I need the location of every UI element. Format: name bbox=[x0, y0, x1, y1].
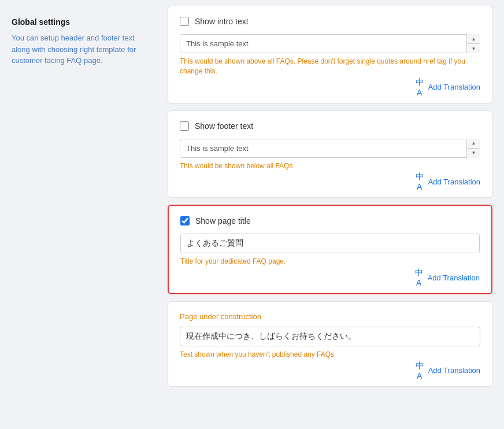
footer-spin-down[interactable]: ▼ bbox=[467, 149, 480, 158]
intro-spin-buttons: ▲ ▼ bbox=[466, 34, 480, 53]
intro-hint: This would be shown above all FAQs. Plea… bbox=[180, 57, 480, 76]
footer-text-card: Show footer text ▲ ▼ This would be shown… bbox=[168, 110, 492, 198]
page-title-card: Show page title Title for your dedicated… bbox=[168, 205, 492, 294]
footer-translation-row: 中A Add Translation bbox=[180, 176, 480, 187]
intro-translation-row: 中A Add Translation bbox=[180, 82, 480, 93]
intro-checkbox-label: Show intro text bbox=[195, 17, 249, 26]
footer-checkbox[interactable] bbox=[180, 121, 189, 131]
intro-spin-down[interactable]: ▼ bbox=[467, 44, 480, 53]
under-construction-label: Page under construction bbox=[180, 312, 480, 321]
sidebar-description: You can setup header and footer text alo… bbox=[12, 32, 150, 66]
sidebar-title: Global settings bbox=[12, 17, 150, 27]
footer-input-wrapper: ▲ ▼ bbox=[180, 139, 480, 158]
intro-add-translation-label: Add Translation bbox=[428, 83, 480, 91]
footer-checkbox-label: Show footer text bbox=[195, 121, 253, 131]
footer-spin-up[interactable]: ▲ bbox=[467, 139, 480, 149]
page-title-add-translation-button[interactable]: 中A Add Translation bbox=[414, 272, 480, 283]
main-content: Show intro text ▲ ▼ This would be shown … bbox=[162, 0, 504, 429]
footer-add-translation-button[interactable]: 中A Add Translation bbox=[414, 176, 480, 187]
page-title-hint: Title for your dedicated FAQ page. bbox=[180, 257, 480, 267]
intro-translate-icon: 中A bbox=[414, 82, 425, 93]
page-title-add-translation-label: Add Translation bbox=[428, 273, 480, 282]
footer-text-input[interactable] bbox=[180, 139, 480, 158]
intro-checkbox[interactable] bbox=[180, 17, 189, 26]
page-title-translation-row: 中A Add Translation bbox=[180, 272, 480, 283]
intro-add-translation-button[interactable]: 中A Add Translation bbox=[414, 82, 480, 93]
page-title-checkbox[interactable] bbox=[180, 216, 190, 225]
footer-add-translation-label: Add Translation bbox=[428, 177, 480, 186]
under-construction-add-translation-button[interactable]: 中A Add Translation bbox=[414, 365, 480, 376]
page-title-checkbox-label: Show page title bbox=[195, 216, 251, 225]
page-title-translate-icon: 中A bbox=[414, 272, 424, 283]
under-construction-add-translation-label: Add Translation bbox=[428, 366, 480, 375]
sidebar: Global settings You can setup header and… bbox=[0, 0, 162, 429]
under-construction-input[interactable] bbox=[180, 327, 480, 346]
intro-checkbox-row: Show intro text bbox=[180, 17, 480, 26]
under-construction-translation-row: 中A Add Translation bbox=[180, 365, 480, 376]
page-title-input[interactable] bbox=[180, 234, 480, 253]
footer-spin-buttons: ▲ ▼ bbox=[466, 139, 480, 158]
intro-spin-up[interactable]: ▲ bbox=[467, 34, 480, 44]
footer-hint: This would be shown below all FAQs bbox=[180, 161, 480, 171]
page-title-checkbox-row: Show page title bbox=[180, 216, 480, 225]
intro-text-input[interactable] bbox=[180, 34, 480, 53]
intro-input-wrapper: ▲ ▼ bbox=[180, 34, 480, 53]
under-construction-card: Page under construction Text shown when … bbox=[168, 301, 492, 387]
footer-translate-icon: 中A bbox=[414, 176, 425, 187]
under-construction-hint: Text shown when you haven't published an… bbox=[180, 350, 480, 360]
intro-text-card: Show intro text ▲ ▼ This would be shown … bbox=[168, 6, 492, 103]
footer-checkbox-row: Show footer text bbox=[180, 121, 480, 131]
under-construction-translate-icon: 中A bbox=[414, 365, 425, 376]
